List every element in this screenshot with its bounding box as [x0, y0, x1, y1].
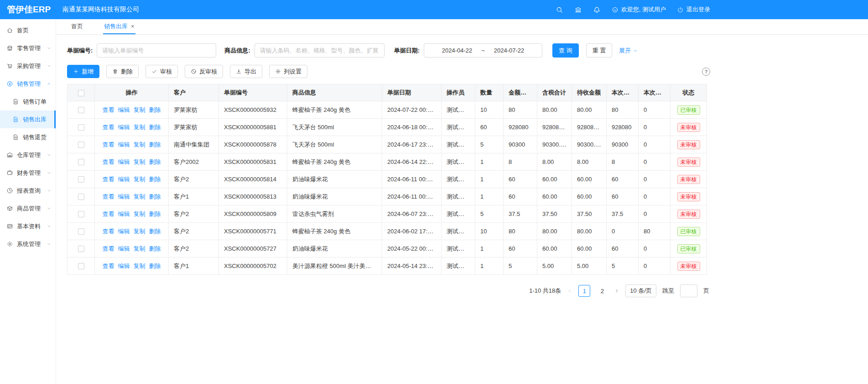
row-action-link[interactable]: 复制 — [134, 193, 146, 200]
sidebar-item-finance[interactable]: 财务管理 — [0, 164, 56, 182]
page-number-2[interactable]: 2 — [596, 285, 608, 297]
row-action-link[interactable]: 查看 — [103, 245, 114, 252]
cell-customer: 客户2 — [169, 223, 219, 240]
check-icon — [151, 68, 157, 74]
row-checkbox[interactable] — [78, 246, 84, 252]
row-action-link[interactable]: 复制 — [134, 228, 146, 235]
sidebar-item-retail[interactable]: 零售管理 — [0, 39, 56, 57]
toolbar: 新增 删除 审核 反审核 — [67, 64, 710, 84]
date-range-picker[interactable]: 2024-04-22 ~ 2024-07-22 — [424, 43, 542, 58]
row-action-link[interactable]: 复制 — [134, 263, 146, 269]
tab-sales-outbound[interactable]: 销售出库 × — [103, 19, 135, 34]
row-action-link[interactable]: 删除 — [149, 158, 161, 165]
row-action-link[interactable]: 复制 — [134, 245, 146, 252]
sidebar-subitem[interactable]: 销售订单 — [0, 93, 56, 110]
row-action-link[interactable]: 查看 — [103, 176, 114, 183]
sidebar-item-warehouse[interactable]: 仓库管理 — [0, 146, 56, 164]
jump-page-input[interactable] — [680, 284, 697, 297]
sidebar-item-goods[interactable]: 商品管理 — [0, 200, 56, 217]
row-action-link[interactable]: 复制 — [134, 210, 146, 217]
delete-button[interactable]: 删除 — [106, 65, 139, 78]
sidebar-item-report[interactable]: 报表查询 — [0, 182, 56, 200]
row-action-link[interactable]: 查看 — [103, 193, 114, 200]
row-action-link[interactable]: 复制 — [134, 141, 146, 148]
sidebar-subitem[interactable]: 销售出库 — [0, 110, 56, 128]
select-all-checkbox[interactable] — [78, 90, 84, 96]
row-action-link[interactable]: 编辑 — [118, 124, 130, 131]
row-checkbox[interactable] — [78, 176, 84, 183]
row-action-link[interactable]: 编辑 — [118, 228, 130, 235]
tab-home[interactable]: 首页 — [70, 19, 84, 34]
row-action-link[interactable]: 删除 — [149, 106, 161, 113]
search-icon[interactable] — [556, 6, 563, 14]
row-action-link[interactable]: 删除 — [149, 124, 161, 131]
row-action-link[interactable]: 查看 — [103, 210, 114, 217]
sidebar-item-basic[interactable]: 基本资料 — [0, 217, 56, 235]
row-action-link[interactable]: 删除 — [149, 176, 161, 183]
logout-button[interactable]: 退出登录 — [677, 5, 710, 14]
row-checkbox[interactable] — [78, 228, 84, 235]
row-action-link[interactable]: 编辑 — [118, 176, 130, 183]
sidebar-item-purchase[interactable]: 采购管理 — [0, 57, 56, 75]
row-action-link[interactable]: 查看 — [103, 141, 114, 148]
row-action-link[interactable]: 复制 — [134, 124, 146, 131]
row-action-link[interactable]: 删除 — [149, 263, 161, 269]
prev-page-icon[interactable] — [567, 288, 572, 294]
column-settings-button[interactable]: 列设置 — [269, 65, 307, 78]
row-action-link[interactable]: 删除 — [149, 245, 161, 252]
next-page-icon[interactable] — [614, 288, 619, 294]
row-action-link[interactable]: 编辑 — [118, 141, 130, 148]
user-menu[interactable]: 欢迎您, 测试用户 — [612, 5, 666, 14]
building-icon[interactable] — [574, 6, 582, 14]
tab-close-icon[interactable]: × — [131, 23, 135, 30]
page-size-select[interactable]: 10 条/页 — [625, 284, 656, 297]
report-icon — [6, 187, 13, 194]
row-checkbox[interactable] — [78, 263, 84, 269]
notification-bell-icon[interactable] — [593, 6, 601, 14]
row-action-link[interactable]: 编辑 — [118, 193, 130, 200]
help-icon[interactable]: ? — [702, 68, 710, 76]
product-info-input[interactable] — [255, 43, 385, 58]
sidebar-item-sales[interactable]: 销售管理 — [0, 75, 56, 93]
row-action-link[interactable]: 复制 — [134, 176, 146, 183]
row-action-link[interactable]: 编辑 — [118, 263, 130, 269]
row-action-link[interactable]: 编辑 — [118, 106, 130, 113]
add-label: 新增 — [82, 68, 94, 76]
row-checkbox[interactable] — [78, 107, 84, 113]
row-checkbox[interactable] — [78, 211, 84, 217]
unaudit-button[interactable]: 反审核 — [185, 65, 223, 78]
main-area: 首页 销售出库 × 单据编号: 商品信息: — [56, 19, 868, 384]
export-button[interactable]: 导出 — [230, 65, 262, 78]
row-checkbox[interactable] — [78, 124, 84, 131]
row-action-link[interactable]: 查看 — [103, 263, 114, 269]
page-unit: 页 — [703, 287, 709, 295]
row-action-link[interactable]: 查看 — [103, 158, 114, 165]
row-checkbox[interactable] — [78, 159, 84, 165]
page-number-1[interactable]: 1 — [578, 285, 590, 297]
row-checkbox[interactable] — [78, 142, 84, 148]
row-action-link[interactable]: 编辑 — [118, 210, 130, 217]
sidebar-item-home[interactable]: 首页 — [0, 21, 56, 39]
search-button[interactable]: 查 询 — [552, 43, 579, 58]
row-action-link[interactable]: 删除 — [149, 228, 161, 235]
row-action-link[interactable]: 删除 — [149, 210, 161, 217]
row-action-link[interactable]: 查看 — [103, 124, 114, 131]
sidebar-item-system[interactable]: 系统管理 — [0, 235, 56, 253]
row-action-link[interactable]: 删除 — [149, 193, 161, 200]
row-action-link[interactable]: 复制 — [134, 106, 146, 113]
sidebar-subitem[interactable]: 销售退货 — [0, 128, 56, 146]
chevdown-icon — [47, 206, 52, 211]
add-button[interactable]: 新增 — [67, 65, 99, 78]
row-action-link[interactable]: 查看 — [103, 106, 114, 113]
row-action-link[interactable]: 删除 — [149, 141, 161, 148]
cell-qty: 1 — [475, 258, 504, 275]
row-checkbox[interactable] — [78, 194, 84, 200]
expand-filters-link[interactable]: 展开 — [619, 47, 638, 55]
reset-button[interactable]: 重 置 — [586, 43, 613, 58]
row-action-link[interactable]: 编辑 — [118, 245, 130, 252]
row-action-link[interactable]: 查看 — [103, 228, 114, 235]
row-action-link[interactable]: 复制 — [134, 158, 146, 165]
audit-button[interactable]: 审核 — [146, 65, 178, 78]
row-action-link[interactable]: 编辑 — [118, 158, 130, 165]
doc-no-input[interactable] — [97, 43, 216, 58]
